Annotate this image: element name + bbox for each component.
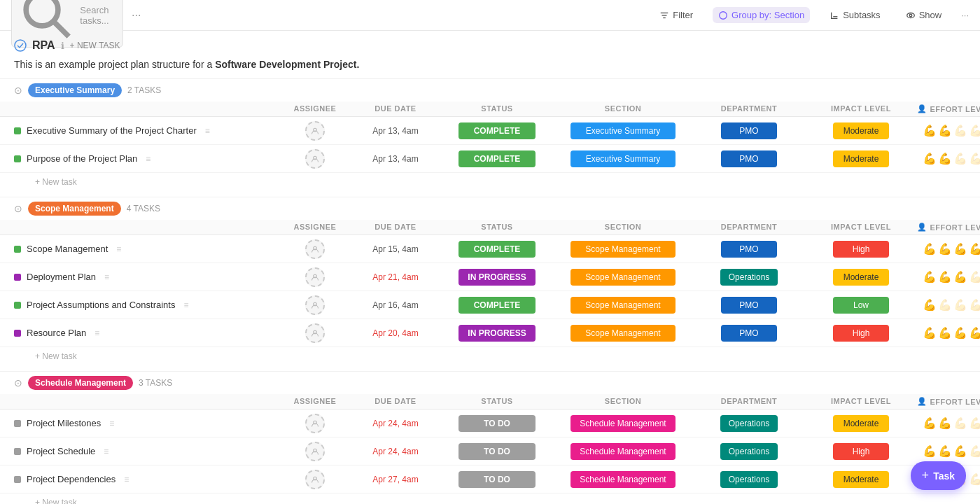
filter-button[interactable]: Filter [654, 7, 699, 23]
effort-icon-2: 💪 [953, 444, 967, 458]
section-header-schedule-mgmt: ⊙ Schedule Management 3 TASKS [0, 371, 980, 394]
impact-tag: Moderate [833, 122, 889, 139]
impact-cell: High [805, 325, 917, 342]
dept-tag: Operations [720, 471, 778, 488]
effort-icon-0: 💪 [923, 326, 937, 340]
task-name: Scope Management [27, 244, 108, 254]
add-task-fab[interactable]: + Task [911, 461, 966, 490]
avatar[interactable] [305, 470, 325, 489]
section-badge-exec-summary: Executive Summary [28, 83, 122, 97]
effort-icon-3: 💪 [969, 270, 980, 284]
section-toggle-scope-mgmt[interactable]: ⊙ [14, 203, 22, 214]
table-row[interactable]: Deployment Plan ≡ Apr 21, 4am IN PROGRES… [0, 263, 980, 291]
effort-icon-3: 💪 [969, 472, 980, 486]
effort-icon-2: 💪 [953, 416, 967, 430]
table-row[interactable]: Purpose of the Project Plan ≡ Apr 13, 4a… [0, 145, 980, 173]
section-schedule-mgmt: ⊙ Schedule Management 3 TASKS ASSIGNEE D… [0, 371, 980, 504]
dept-tag: PMO [721, 325, 777, 342]
new-task-row[interactable]: + New task [0, 173, 980, 191]
section-scope-mgmt: ⊙ Scope Management 4 TASKS ASSIGNEE DUE … [0, 197, 980, 365]
effort-icon-3: 💪 [969, 124, 980, 137]
section-toggle-exec-summary[interactable]: ⊙ [14, 85, 22, 96]
effort-icon-3: 💪 [969, 444, 980, 458]
table-row[interactable]: Scope Management ≡ Apr 15, 4am COMPLETE … [0, 235, 980, 263]
section-tag: Executive Summary [570, 150, 676, 167]
plus-icon: + [922, 468, 930, 483]
task-menu-icon[interactable]: ≡ [104, 447, 108, 456]
effort-icon-0: 💪 [923, 416, 937, 430]
task-menu-icon[interactable]: ≡ [94, 328, 99, 338]
new-task-row[interactable]: + New task [0, 347, 980, 365]
task-menu-icon[interactable]: ≡ [116, 244, 121, 254]
table-row[interactable]: Executive Summary of the Project Charter… [0, 117, 980, 145]
assignee-cell [280, 470, 350, 489]
col-department: DEPARTMENT [693, 104, 805, 113]
avatar[interactable] [305, 295, 325, 315]
avatar[interactable] [305, 121, 325, 141]
section-cell: Schedule Management [553, 471, 693, 488]
section-toggle-schedule-mgmt[interactable]: ⊙ [14, 377, 22, 388]
col-effort: 👤 EFFORT LEVEL [917, 223, 980, 232]
effort-icon-0: 💪 [923, 270, 937, 284]
effort-cell: 💪💪💪💪💪 [917, 416, 980, 430]
effort-cell: 💪💪💪💪💪 [917, 444, 980, 458]
fab-label: Task [933, 470, 955, 482]
task-menu-icon[interactable]: ≡ [146, 154, 150, 164]
due-date: Apr 21, 4am [350, 272, 441, 282]
avatar[interactable] [305, 149, 325, 169]
task-menu-icon[interactable]: ≡ [205, 126, 210, 136]
effort-icon-0: 💪 [923, 298, 937, 312]
avatar[interactable] [305, 239, 325, 259]
assignee-cell [280, 323, 350, 343]
task-name: Resource Plan [27, 328, 86, 338]
task-menu-icon[interactable]: ≡ [104, 272, 109, 282]
section-task-count-exec-summary: 2 TASKS [127, 85, 161, 95]
task-menu-icon[interactable]: ≡ [124, 475, 129, 484]
due-date: Apr 24, 4am [350, 419, 441, 428]
effort-cell: 💪💪💪💪💪 [917, 124, 980, 137]
show-button[interactable]: Show [900, 7, 948, 23]
dept-cell: Operations [693, 443, 805, 460]
table-row[interactable]: Project Assumptions and Constraints ≡ Ap… [0, 291, 980, 319]
dept-tag: Operations [720, 415, 778, 432]
task-name-cell: Project Schedule ≡ [14, 440, 280, 462]
status-cell: COMPLETE [441, 297, 553, 314]
table-row[interactable]: Project Milestones ≡ Apr 24, 4am TO DO S… [0, 410, 980, 438]
assignee-cell [280, 295, 350, 315]
group-by-label: Group by: Section [732, 10, 804, 20]
new-task-row[interactable]: + New task [0, 493, 980, 504]
more-options-icon[interactable]: ··· [132, 9, 141, 22]
table-row[interactable]: Resource Plan ≡ Apr 20, 4am IN PROGRESS … [0, 319, 980, 347]
avatar[interactable] [305, 323, 325, 343]
effort-icon-1: 💪 [938, 416, 952, 430]
subtasks-label: Subtasks [843, 10, 880, 20]
effort-person-icon: 👤 [917, 104, 927, 113]
assignee-cell [280, 149, 350, 169]
group-by-button[interactable]: Group by: Section [713, 7, 810, 23]
avatar[interactable] [305, 442, 325, 461]
table-row[interactable]: Project Dependencies ≡ Apr 27, 4am TO DO… [0, 465, 980, 493]
new-task-button[interactable]: + NEW TASK [70, 41, 120, 50]
table-row[interactable]: Project Schedule ≡ Apr 24, 4am TO DO Sch… [0, 438, 980, 465]
status-cell: COMPLETE [441, 241, 553, 258]
dept-cell: PMO [693, 325, 805, 342]
section-cell: Executive Summary [553, 150, 693, 167]
avatar[interactable] [305, 267, 325, 287]
task-menu-icon[interactable]: ≡ [109, 419, 114, 428]
section-task-count-schedule-mgmt: 3 TASKS [139, 378, 172, 388]
task-color-dot [14, 448, 21, 455]
dept-tag: Operations [720, 443, 778, 460]
dept-tag: PMO [721, 241, 777, 258]
col-impact: IMPACT LEVEL [805, 397, 917, 406]
task-menu-icon[interactable]: ≡ [183, 300, 188, 310]
section-header-scope-mgmt: ⊙ Scope Management 4 TASKS [0, 197, 980, 220]
subtasks-button[interactable]: Subtasks [824, 7, 886, 23]
task-name-cell: Project Assumptions and Constraints ≡ [14, 294, 280, 316]
show-label: Show [919, 10, 942, 20]
avatar[interactable] [305, 414, 325, 433]
circle-check-icon [14, 39, 27, 52]
topbar-more-icon[interactable]: ··· [961, 10, 969, 20]
task-color-dot [14, 420, 21, 427]
col-impact: IMPACT LEVEL [805, 223, 917, 232]
effort-cell: 💪💪💪💪💪 [917, 242, 980, 255]
